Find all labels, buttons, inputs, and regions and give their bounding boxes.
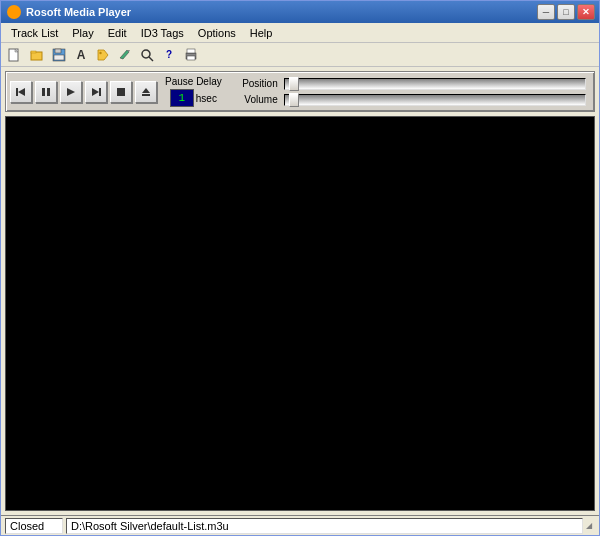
svg-marker-17	[67, 88, 75, 96]
minimize-button[interactable]: ─	[537, 4, 555, 20]
next-button[interactable]	[85, 81, 107, 103]
menu-options[interactable]: Options	[192, 25, 242, 41]
volume-slider-row: Volume	[234, 94, 586, 106]
help-icon: ?	[166, 49, 172, 60]
menu-help[interactable]: Help	[244, 25, 279, 41]
svg-rect-20	[117, 88, 125, 96]
print-button[interactable]	[181, 46, 201, 64]
svg-rect-18	[99, 88, 101, 96]
menu-edit[interactable]: Edit	[102, 25, 133, 41]
menu-play[interactable]: Play	[66, 25, 99, 41]
path-field: D:\Rosoft Silver\default-List.m3u	[66, 518, 583, 534]
next-icon	[91, 87, 101, 97]
search-button[interactable]	[137, 46, 157, 64]
menu-bar: Track List Play Edit ID3 Tags Options He…	[1, 23, 599, 43]
title-bar-controls: ─ □ ✕	[537, 4, 595, 20]
app-icon	[7, 5, 21, 19]
svg-rect-5	[55, 49, 61, 53]
help-button[interactable]: ?	[159, 46, 179, 64]
new-button[interactable]	[5, 46, 25, 64]
svg-rect-12	[187, 56, 195, 60]
path-text: D:\Rosoft Silver\default-List.m3u	[71, 520, 229, 532]
position-label: Position	[234, 78, 278, 89]
title-bar: Rosoft Media Player ─ □ ✕	[1, 1, 599, 23]
print-icon	[184, 48, 198, 62]
menu-tracklist[interactable]: Track List	[5, 25, 64, 41]
tag-icon	[96, 48, 110, 62]
status-text: Closed	[10, 520, 44, 532]
play-button[interactable]	[60, 81, 82, 103]
pause-delay-controls: 1 hsec	[170, 89, 217, 107]
stop-icon	[116, 87, 126, 97]
main-window: Rosoft Media Player ─ □ ✕ Track List Pla…	[0, 0, 600, 536]
svg-line-9	[149, 57, 153, 61]
save-button[interactable]	[49, 46, 69, 64]
eject-button[interactable]	[135, 81, 157, 103]
search-icon	[140, 48, 154, 62]
volume-label: Volume	[234, 94, 278, 105]
pause-button[interactable]	[35, 81, 57, 103]
svg-rect-13	[16, 88, 18, 96]
stop-button[interactable]	[110, 81, 132, 103]
position-slider-row: Position	[234, 78, 586, 90]
delay-value[interactable]: 1	[170, 89, 194, 107]
hsec-label: hsec	[196, 93, 217, 104]
volume-slider[interactable]	[284, 94, 586, 106]
svg-rect-22	[142, 94, 150, 96]
svg-rect-3	[31, 51, 36, 53]
volume-thumb[interactable]	[289, 93, 299, 107]
status-field: Closed	[5, 518, 63, 534]
pause-delay-section: Pause Delay 1 hsec	[165, 76, 222, 107]
maximize-button[interactable]: □	[557, 4, 575, 20]
new-icon	[8, 48, 22, 62]
open-button[interactable]	[27, 46, 47, 64]
video-area	[5, 116, 595, 511]
svg-rect-6	[54, 55, 64, 60]
svg-rect-16	[47, 88, 50, 96]
prev-icon	[16, 87, 26, 97]
eject-icon	[141, 87, 151, 97]
edit-button[interactable]	[115, 46, 135, 64]
play-icon	[66, 87, 76, 97]
controls-area: Pause Delay 1 hsec Position Volume	[5, 71, 595, 112]
transport-buttons	[10, 81, 157, 103]
position-slider[interactable]	[284, 78, 586, 90]
sliders-section: Position Volume	[230, 78, 590, 106]
prev-button[interactable]	[10, 81, 32, 103]
svg-marker-19	[92, 88, 99, 96]
toolbar: A ?	[1, 43, 599, 67]
open-icon	[30, 48, 44, 62]
position-thumb[interactable]	[289, 77, 299, 91]
svg-point-7	[99, 51, 101, 53]
tag-button[interactable]	[93, 46, 113, 64]
window-title: Rosoft Media Player	[26, 6, 131, 18]
menu-id3tags[interactable]: ID3 Tags	[135, 25, 190, 41]
svg-marker-14	[18, 88, 25, 96]
close-button[interactable]: ✕	[577, 4, 595, 20]
resize-grip[interactable]: ◢	[583, 520, 595, 532]
status-bar: Closed D:\Rosoft Silver\default-List.m3u…	[1, 515, 599, 535]
edit-icon	[118, 48, 132, 62]
svg-rect-11	[187, 49, 195, 53]
svg-rect-15	[42, 88, 45, 96]
text-button[interactable]: A	[71, 46, 91, 64]
title-bar-left: Rosoft Media Player	[7, 5, 131, 19]
svg-point-8	[142, 50, 150, 58]
pause-delay-label: Pause Delay	[165, 76, 222, 87]
text-icon: A	[77, 48, 86, 62]
save-icon	[52, 48, 66, 62]
svg-marker-21	[142, 88, 150, 93]
pause-icon	[41, 87, 51, 97]
